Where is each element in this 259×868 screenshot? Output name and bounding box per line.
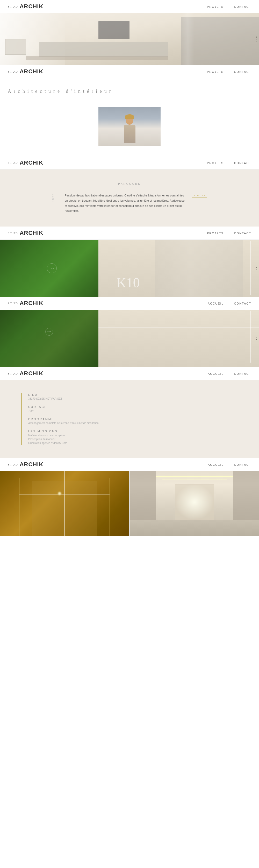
nav-bar-3: STUD ARCHIK PROJETS CONTACT <box>0 156 259 169</box>
ceiling-strip-2 <box>162 479 227 479</box>
logo-1[interactable]: STUD ARCHIK <box>8 3 43 10</box>
logo-3[interactable]: STUD ARCHIK <box>8 159 43 166</box>
programme-label: PROGRAMME <box>28 417 251 421</box>
hero-image <box>0 13 259 65</box>
nav-contact-1[interactable]: CONTACT <box>234 4 251 9</box>
logo-stud-text: STUD <box>8 5 19 8</box>
nav-contact-6[interactable]: CONTACT <box>234 371 251 376</box>
cvs-badge-k10: CVS <box>47 263 57 273</box>
nav-projets-1[interactable]: PROJETS <box>207 4 224 9</box>
nav-projets-3[interactable]: PROJETS <box>207 160 224 165</box>
light-h <box>98 327 259 328</box>
light-corridor <box>130 471 259 536</box>
dot-2 <box>256 39 257 40</box>
portrait-head <box>126 117 133 125</box>
cvs-room-image-1: CVS <box>0 310 259 367</box>
light-line-horizontal <box>20 494 110 495</box>
k10-hero-image: CVS K10 <box>0 240 259 297</box>
light-strip-vertical <box>250 241 251 295</box>
wood-corridor-1 <box>0 471 129 536</box>
nav-contact-2[interactable]: CONTACT <box>234 69 251 74</box>
nav-links-6: ACCUEIL CONTACT <box>208 371 251 376</box>
nav-links-1: PROJETS CONTACT <box>207 4 251 9</box>
tagline-text: Architecture d'intérieur <box>8 89 251 94</box>
missions-value-1: Maîtrise d'oeuvre de conception <box>28 434 251 437</box>
light-v <box>250 311 251 363</box>
project-info-section: LIEU 38170 SEYSSINET PARISET SURFACE 70m… <box>0 380 259 458</box>
floor <box>130 520 259 536</box>
dot-1 <box>256 36 257 38</box>
nav-links-7: ACCUEIL CONTACT <box>208 462 251 467</box>
nav-contact-5[interactable]: CONTACT <box>234 301 251 306</box>
nav-accueil-5[interactable]: ACCUEIL <box>208 301 224 306</box>
cvs-badge-1: CVS <box>45 328 53 336</box>
nav-accueil-6[interactable]: ACCUEIL <box>208 371 224 376</box>
missions-value-2: Prescription du mobilier <box>28 438 251 441</box>
parcours-side-label: IDÉE <box>52 193 60 202</box>
slide-dots-k10 <box>256 267 257 270</box>
nav-links-3: PROJETS CONTACT <box>207 160 251 165</box>
portrait-body <box>124 125 135 143</box>
nav-links-4: PROJETS CONTACT <box>207 231 251 235</box>
section-info: STUD ARCHIK ACCUEIL CONTACT LIEU 38170 S… <box>0 367 259 458</box>
nav-links-5: ACCUEIL CONTACT <box>208 301 251 306</box>
door-light <box>175 484 214 520</box>
info-text-block: LIEU 38170 SEYSSINET PARISET SURFACE 70m… <box>28 393 251 445</box>
logo-archik-text: ARCHIK <box>20 3 43 10</box>
corridor-walls <box>155 240 243 297</box>
nav-bar-6: STUD ARCHIK ACCUEIL CONTACT <box>0 367 259 380</box>
radiator-element <box>5 39 26 55</box>
parcours-tag: ATOUTS <box>192 193 207 198</box>
portrait-hat <box>125 114 134 119</box>
missions-value-3: Orientation agence d'identity Core <box>28 442 251 444</box>
cvs-green-wall-1 <box>0 310 98 367</box>
section-tagline: STUD ARCHIK PROJETS CONTACT Architecture… <box>0 65 259 156</box>
dot-3 <box>256 41 257 42</box>
tagline-section: Architecture d'intérieur <box>0 78 259 102</box>
parcours-content: IDÉE Passionnée par la création d'espace… <box>52 193 207 214</box>
nav-bar-5: STUD ARCHIK ACCUEIL CONTACT <box>0 297 259 310</box>
surface-label: SURFACE <box>28 405 251 408</box>
nav-accueil-7[interactable]: ACCUEIL <box>208 462 224 467</box>
logo-bar-icon <box>19 5 19 8</box>
ceiling-strip-1 <box>156 476 233 477</box>
nav-projets-2[interactable]: PROJETS <box>207 69 224 74</box>
parcours-section: PARCOURS IDÉE Passionnée par la création… <box>0 169 259 226</box>
logo-6[interactable]: STUD ARCHIK <box>8 370 43 377</box>
section-photo-grid: STUD ARCHIK ACCUEIL CONTACT <box>0 458 259 536</box>
accent-bar <box>21 393 22 445</box>
nav-bar-1: STUD ARCHIK PROJETS CONTACT <box>0 0 259 13</box>
nav-contact-4[interactable]: CONTACT <box>234 231 251 235</box>
sofa-element <box>39 42 168 57</box>
nav-contact-3[interactable]: CONTACT <box>234 160 251 165</box>
logo-7[interactable]: STUD ARCHIK <box>8 461 43 468</box>
photo-grid <box>0 471 259 536</box>
light-strip <box>181 13 194 65</box>
missions-label: LES MISSIONS <box>28 430 251 433</box>
section-cvs-1: STUD ARCHIK ACCUEIL CONTACT CVS <box>0 297 259 367</box>
cvs-corridor-1 <box>98 310 259 367</box>
photo-cell-1 <box>0 471 129 536</box>
slide-dots <box>256 36 257 42</box>
rug-element <box>26 56 168 60</box>
interior-decoration <box>0 13 259 65</box>
portrait-image <box>98 107 161 146</box>
parcours-description: Passionnée par la création d'espaces uni… <box>65 193 187 214</box>
surface-value: 70m² <box>28 409 251 412</box>
photo-cell-2 <box>130 471 259 536</box>
logo-5[interactable]: STUD ARCHIK <box>8 300 43 307</box>
logo-4[interactable]: STUD ARCHIK <box>8 229 43 236</box>
logo-2[interactable]: STUD ARCHIK <box>8 68 43 75</box>
section-home-hero: STUD ARCHIK PROJETS CONTACT <box>0 0 259 65</box>
lieu-label: LIEU <box>28 393 251 396</box>
info-content: LIEU 38170 SEYSSINET PARISET SURFACE 70m… <box>21 393 251 445</box>
nav-contact-7[interactable]: CONTACT <box>234 462 251 467</box>
programme-value: Aménagement complète de la zone d'accuei… <box>28 422 251 425</box>
nav-bar-2: STUD ARCHIK PROJETS CONTACT <box>0 65 259 78</box>
nav-projets-4[interactable]: PROJETS <box>207 231 224 235</box>
section-k10: STUD ARCHIK PROJETS CONTACT CVS K10 <box>0 226 259 297</box>
cvs-text: CVS <box>50 268 54 269</box>
nav-bar-7: STUD ARCHIK ACCUEIL CONTACT <box>0 458 259 471</box>
k10-label: K10 <box>117 275 140 290</box>
nav-links-2: PROJETS CONTACT <box>207 69 251 74</box>
